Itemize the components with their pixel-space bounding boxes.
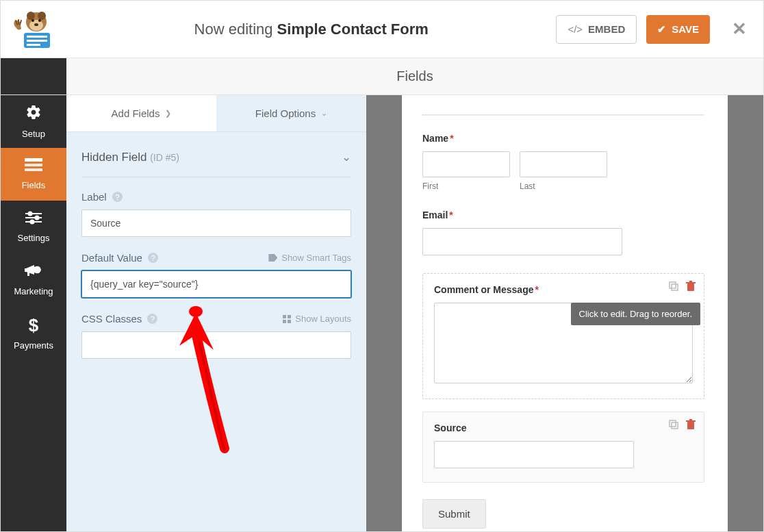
svg-rect-30 [686,420,696,422]
chevron-down-icon: ⌄ [342,150,351,164]
gutter [728,95,763,531]
svg-point-5 [38,19,41,22]
svg-point-6 [34,23,38,26]
close-icon[interactable]: ✕ [732,18,747,40]
source-input[interactable] [434,441,634,468]
first-name-sublabel: First [422,181,510,191]
help-icon[interactable]: ? [148,253,158,263]
preview-source-field[interactable]: Source [422,411,704,483]
required-asterisk: * [449,210,453,220]
svg-rect-21 [27,272,29,276]
preview-email-field[interactable]: Email* [422,209,704,255]
gutter [366,95,402,531]
sidebar-item-label: Fields [22,180,46,190]
help-icon[interactable]: ? [112,192,123,202]
help-icon[interactable]: ? [147,314,157,324]
svg-rect-12 [25,164,42,166]
css-classes-label: CSS Classes [81,313,142,325]
tag-icon [268,254,277,262]
svg-rect-24 [687,283,694,291]
first-name-input[interactable] [422,151,510,177]
default-value-label: Default Value [81,252,142,264]
dollar-icon: $ [29,315,38,336]
chevron-down-icon: ⌄ [321,109,327,118]
duplicate-icon[interactable] [668,281,679,294]
list-icon [25,158,42,176]
label-field-label: Label [81,191,107,203]
field-options-toggle[interactable]: Hidden Field (ID #5) ⌄ [81,150,351,164]
sidebar-item-setup[interactable]: Setup [1,95,66,148]
editing-prefix: Now editing [194,21,277,38]
preview-comment-field[interactable]: Comment or Message* Click to edit. Drag … [422,273,704,399]
svg-rect-28 [672,422,678,429]
svg-rect-29 [687,422,694,429]
email-input[interactable] [422,228,622,255]
required-asterisk: * [535,284,538,295]
save-button[interactable]: ✔ SAVE [646,15,710,44]
chevron-right-icon: ❯ [165,109,171,118]
checkmark-icon: ✔ [657,23,666,36]
grid-icon [283,315,291,323]
svg-rect-23 [672,284,678,290]
last-name-sublabel: Last [520,181,607,191]
svg-rect-26 [689,281,692,282]
trash-icon[interactable] [686,281,696,294]
panel-title: Fields [66,58,763,95]
svg-rect-25 [686,282,696,283]
svg-point-19 [31,220,34,224]
tab-field-options[interactable]: Field Options ⌄ [216,95,366,132]
sliders-icon [25,211,42,229]
svg-point-2 [38,12,46,20]
form-name: Simple Contact Form [277,21,429,38]
sidebar-item-settings[interactable]: Settings [1,201,66,253]
code-icon: </> [568,23,583,35]
tab-add-fields[interactable]: Add Fields ❯ [66,95,216,132]
sidebar-item-fields[interactable]: Fields [1,148,66,201]
svg-rect-10 [27,44,40,46]
sidebar-item-payments[interactable]: $ Payments [1,306,66,359]
show-layouts-link[interactable]: Show Layouts [283,314,351,324]
bullhorn-icon [25,263,42,282]
app-header: Now editing Simple Contact Form </> EMBE… [1,1,763,58]
svg-rect-22 [670,282,676,288]
duplicate-icon[interactable] [668,419,679,433]
page-title: Now editing Simple Contact Form [66,21,556,38]
submit-button[interactable]: Submit [422,499,486,529]
gear-icon [25,104,42,125]
svg-rect-20 [25,268,27,272]
svg-rect-8 [27,36,47,38]
edit-tooltip: Click to edit. Drag to reorder. [571,303,700,325]
sidebar-item-label: Settings [18,233,50,243]
svg-rect-31 [689,419,692,420]
trash-icon[interactable] [686,419,696,433]
sidebar-item-label: Marketing [14,286,53,296]
svg-rect-13 [25,168,42,171]
svg-rect-27 [670,420,676,427]
svg-point-17 [36,216,39,220]
svg-point-1 [27,12,35,20]
svg-point-15 [29,212,32,216]
required-asterisk: * [450,133,453,144]
default-value-input[interactable] [81,270,351,298]
preview-name-field[interactable]: Name* First Last [422,132,704,191]
svg-point-4 [31,19,34,22]
sidebar: Setup Fields Settings Marketing [1,95,66,531]
sidebar-item-label: Payments [14,340,53,351]
embed-button[interactable]: </> EMBED [556,15,637,44]
svg-rect-9 [27,40,47,42]
css-classes-input[interactable] [81,331,351,359]
show-smart-tags-link[interactable]: Show Smart Tags [268,253,351,263]
last-name-input[interactable] [520,151,607,177]
svg-rect-11 [25,158,42,162]
label-input[interactable] [81,210,351,237]
app-logo [1,8,66,51]
sidebar-item-marketing[interactable]: Marketing [1,253,66,306]
sidebar-item-label: Setup [22,129,45,139]
